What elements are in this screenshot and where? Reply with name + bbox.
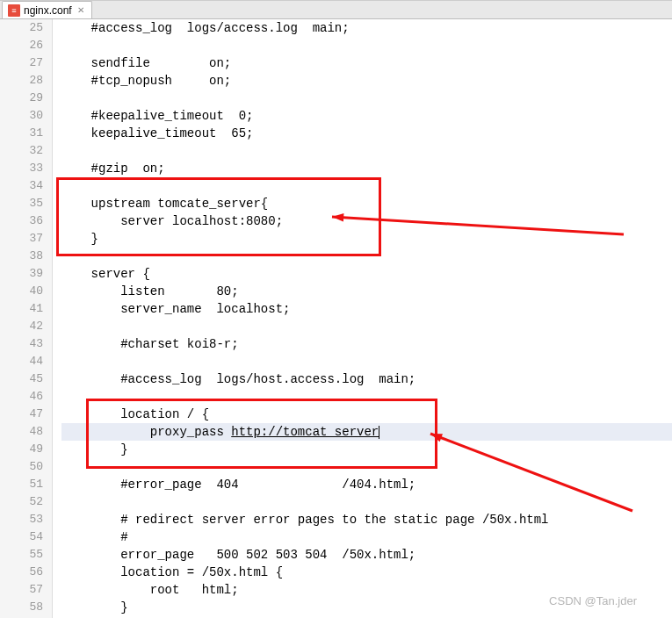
line-number: 39 — [0, 265, 43, 283]
line-number: 29 — [0, 90, 43, 107]
code-line — [61, 388, 672, 406]
code-line: #error_page 404 /404.html; — [61, 476, 672, 493]
code-line — [61, 493, 672, 511]
line-number: 49 — [0, 441, 43, 458]
code-line: #keepalive_timeout 0; — [61, 107, 672, 125]
line-number: 42 — [0, 318, 43, 335]
code-line: server { — [61, 265, 672, 283]
line-number: 35 — [0, 195, 43, 212]
line-number: 52 — [0, 493, 43, 511]
code-line — [61, 318, 672, 335]
line-number: 47 — [0, 406, 43, 423]
code-line: keepalive_timeout 65; — [61, 125, 672, 142]
tab-bar: ≡ nginx.conf ✕ — [0, 0, 672, 19]
code-line — [61, 248, 672, 265]
code-line — [61, 90, 672, 107]
line-number: 36 — [0, 212, 43, 230]
code-line: #gzip on; — [61, 160, 672, 177]
line-number: 25 — [0, 19, 43, 37]
line-number: 30 — [0, 107, 43, 125]
code-line: } — [61, 230, 672, 248]
line-number: 56 — [0, 564, 43, 581]
line-number: 34 — [0, 177, 43, 195]
line-number-gutter: 2526272829303132333435363738394041424344… — [0, 19, 53, 618]
editor: 2526272829303132333435363738394041424344… — [0, 19, 672, 618]
line-number: 37 — [0, 230, 43, 248]
code-line: server_name localhost; — [61, 300, 672, 318]
code-line: sendfile on; — [61, 54, 672, 72]
code-line — [61, 37, 672, 54]
code-line: root html; — [61, 581, 672, 599]
code-area[interactable]: #access_log logs/access.log main; sendfi… — [53, 19, 672, 618]
text-cursor — [379, 426, 379, 439]
code-line: server localhost:8080; — [61, 212, 672, 230]
code-line: # redirect server error pages to the sta… — [61, 511, 672, 528]
line-number: 57 — [0, 581, 43, 599]
line-number: 38 — [0, 248, 43, 265]
code-line: } — [61, 599, 672, 616]
code-line: #charset koi8-r; — [61, 335, 672, 353]
proxy-url: http://tomcat_server — [231, 425, 379, 439]
line-number: 48 — [0, 423, 43, 441]
line-number: 50 — [0, 458, 43, 476]
code-line: listen 80; — [61, 283, 672, 300]
line-number: 44 — [0, 353, 43, 370]
code-line: #access_log logs/host.access.log main; — [61, 370, 672, 388]
line-number: 28 — [0, 72, 43, 90]
file-tab[interactable]: ≡ nginx.conf ✕ — [2, 1, 92, 18]
code-line: #access_log logs/access.log main; — [61, 19, 672, 37]
code-line — [61, 353, 672, 370]
code-line: location / { — [61, 406, 672, 423]
line-number: 53 — [0, 511, 43, 528]
code-line — [61, 142, 672, 160]
tab-filename: nginx.conf — [24, 4, 72, 17]
line-number: 26 — [0, 37, 43, 54]
line-number: 27 — [0, 54, 43, 72]
line-number: 41 — [0, 300, 43, 318]
close-icon[interactable]: ✕ — [76, 5, 86, 16]
code-line: # — [61, 528, 672, 546]
code-line: } — [61, 441, 672, 458]
line-number: 51 — [0, 476, 43, 493]
line-number: 40 — [0, 283, 43, 300]
code-line: location = /50x.html { — [61, 564, 672, 581]
code-line — [61, 177, 672, 195]
code-line: #tcp_nopush on; — [61, 72, 672, 90]
line-number: 32 — [0, 142, 43, 160]
code-line — [61, 458, 672, 476]
code-line: upstream tomcate_server{ — [61, 195, 672, 212]
line-number: 54 — [0, 528, 43, 546]
line-number: 46 — [0, 388, 43, 406]
line-number: 45 — [0, 370, 43, 388]
file-icon: ≡ — [8, 4, 20, 17]
line-number: 55 — [0, 546, 43, 564]
line-number: 58 — [0, 599, 43, 616]
code-line: proxy_pass http://tomcat_server — [61, 423, 672, 441]
line-number: 33 — [0, 160, 43, 177]
line-number: 43 — [0, 335, 43, 353]
code-line: error_page 500 502 503 504 /50x.html; — [61, 546, 672, 564]
line-number: 31 — [0, 125, 43, 142]
